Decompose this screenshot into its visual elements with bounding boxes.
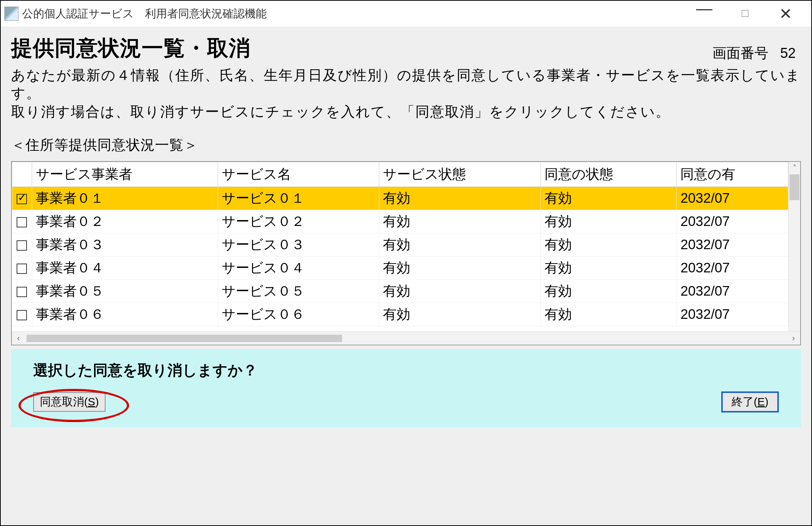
footer-panel: 選択した同意を取り消しますか？ 同意取消(S) 終了(E) — [11, 349, 801, 427]
table-cell-service: サービス０２ — [218, 210, 379, 233]
table-cell-consent_status: 有効 — [541, 187, 677, 210]
screen-number-value: 52 — [780, 45, 796, 61]
table-cell-consent_status: 有効 — [541, 303, 677, 326]
table-cell-consent_date: 2032/07 — [677, 257, 788, 280]
table-cell-service_status: 有効 — [379, 187, 541, 210]
header-row: 提供同意状況一覧・取消 画面番号 52 — [11, 34, 801, 63]
table-cell-consent_date: 2032/07 — [677, 233, 788, 257]
footer-buttons: 同意取消(S) 終了(E) — [33, 391, 779, 412]
table-cell-service_status: 有効 — [379, 210, 541, 233]
table-cell-service_status: 有効 — [379, 233, 541, 257]
table-cell-service_status: 有効 — [379, 257, 541, 280]
table-cell-service: サービス０６ — [218, 303, 379, 326]
table-cell-service_status: 有効 — [379, 280, 541, 303]
table-header[interactable]: サービス状態 — [379, 162, 541, 187]
app-window: 公的個人認証サービス 利用者同意状況確認機能 — ☐ ✕ 提供同意状況一覧・取消… — [0, 0, 812, 526]
table-row[interactable]: 事業者０４サービス０４有効有効2032/07 — [12, 257, 788, 280]
window-controls: — ☐ ✕ — [693, 4, 808, 23]
scroll-up-icon[interactable]: ˄ — [789, 162, 800, 174]
window-title: 公的個人認証サービス 利用者同意状況確認機能 — [22, 6, 693, 21]
checkbox-icon[interactable] — [17, 217, 27, 227]
table-cell-consent_date: 2032/07 — [677, 210, 788, 233]
row-checkbox-cell[interactable] — [12, 280, 32, 303]
row-checkbox-cell[interactable] — [12, 187, 32, 210]
vertical-scroll-thumb[interactable] — [789, 174, 799, 200]
table-cell-provider: 事業者０２ — [32, 210, 218, 233]
list-heading: ＜住所等提供同意状況一覧＞ — [11, 136, 801, 154]
row-checkbox-cell[interactable] — [12, 303, 32, 326]
table-header[interactable]: 同意の有 — [677, 162, 788, 187]
content-area: 提供同意状況一覧・取消 画面番号 52 あなたが最新の４情報（住所、氏名、生年月… — [1, 27, 811, 525]
table-cell-provider: 事業者０６ — [32, 303, 218, 326]
table-cell-consent_status: 有効 — [541, 233, 677, 257]
table-cell-consent_status: 有効 — [541, 257, 677, 280]
checkbox-icon[interactable] — [17, 264, 27, 274]
table-cell-service_status: 有効 — [379, 303, 541, 326]
table-cell-consent_status: 有効 — [541, 280, 677, 303]
scroll-right-icon[interactable]: › — [787, 334, 800, 343]
screen-number: 画面番号 52 — [712, 44, 801, 63]
checkbox-icon[interactable] — [17, 194, 27, 204]
close-button[interactable]: ✕ — [774, 4, 797, 23]
app-icon — [4, 7, 18, 21]
scroll-left-icon[interactable]: ‹ — [12, 334, 25, 343]
table-row[interactable]: 事業者０２サービス０２有効有効2032/07 — [12, 210, 788, 233]
table-header[interactable]: サービス名 — [218, 162, 379, 187]
confirmation-question: 選択した同意を取り消しますか？ — [33, 360, 779, 380]
table-row[interactable]: 事業者０３サービス０３有効有効2032/07 — [12, 233, 788, 257]
table-row[interactable]: 事業者０６サービス０６有効有効2032/07 — [12, 303, 788, 326]
title-bar: 公的個人認証サービス 利用者同意状況確認機能 — ☐ ✕ — [1, 1, 811, 27]
table-cell-provider: 事業者０１ — [32, 187, 218, 210]
table-header[interactable]: 同意の状態 — [541, 162, 677, 187]
maximize-button[interactable]: ☐ — [734, 4, 756, 23]
table-cell-provider: 事業者０４ — [32, 257, 218, 280]
table-container: サービス事業者サービス名サービス状態同意の状態同意の有 事業者０１サービス０１有… — [11, 161, 801, 345]
table-cell-consent_date: 2032/07 — [677, 280, 788, 303]
horizontal-scrollbar[interactable]: ‹ › — [12, 331, 800, 345]
checkbox-icon[interactable] — [17, 287, 27, 297]
table-cell-consent_date: 2032/07 — [677, 187, 788, 210]
row-checkbox-cell[interactable] — [12, 210, 32, 233]
table-cell-service: サービス０４ — [218, 257, 379, 280]
row-checkbox-cell[interactable] — [12, 257, 32, 280]
description-text: あなたが最新の４情報（住所、氏名、生年月日及び性別）の提供を同意している事業者・… — [11, 66, 801, 121]
table-area: サービス事業者サービス名サービス状態同意の状態同意の有 事業者０１サービス０１有… — [12, 162, 788, 331]
table-cell-service: サービス０１ — [218, 187, 379, 210]
table-header[interactable] — [12, 162, 32, 187]
horizontal-scroll-thumb[interactable] — [27, 335, 342, 342]
page-title: 提供同意状況一覧・取消 — [11, 34, 250, 63]
screen-number-label: 画面番号 — [712, 45, 768, 61]
table-cell-service: サービス０３ — [218, 233, 379, 257]
table-cell-consent_status: 有効 — [541, 210, 677, 233]
table-cell-consent_date: 2032/07 — [677, 303, 788, 326]
table-cell-service: サービス０５ — [218, 280, 379, 303]
table-cell-provider: 事業者０５ — [32, 280, 218, 303]
table-cell-provider: 事業者０３ — [32, 233, 218, 257]
minimize-button[interactable]: — — [693, 0, 715, 18]
vertical-scrollbar[interactable]: ˄ — [788, 162, 800, 331]
exit-button[interactable]: 終了(E) — [721, 391, 779, 412]
checkbox-icon[interactable] — [17, 310, 27, 320]
table-header[interactable]: サービス事業者 — [32, 162, 218, 187]
row-checkbox-cell[interactable] — [12, 233, 32, 257]
table-row[interactable]: 事業者０５サービス０５有効有効2032/07 — [12, 280, 788, 303]
checkbox-icon[interactable] — [17, 240, 27, 251]
consent-table: サービス事業者サービス名サービス状態同意の状態同意の有 事業者０１サービス０１有… — [12, 162, 788, 326]
revoke-consent-button[interactable]: 同意取消(S) — [33, 392, 106, 412]
table-row[interactable]: 事業者０１サービス０１有効有効2032/07 — [12, 187, 788, 210]
